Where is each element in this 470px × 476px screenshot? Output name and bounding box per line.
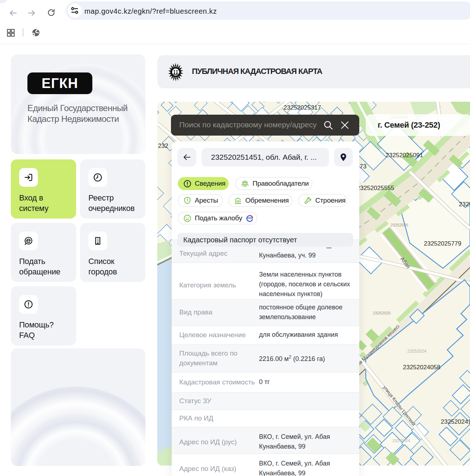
svg-text:73: 73 xyxy=(360,163,366,170)
svg-text:232520241: 232520241 xyxy=(441,418,470,425)
svg-text:23252024058: 23252024058 xyxy=(403,364,440,371)
svg-text:232: 232 xyxy=(158,142,168,149)
svg-text:23252025779: 23252025779 xyxy=(424,240,461,247)
svg-text:23252024: 23252024 xyxy=(407,349,427,354)
svg-text:23252024: 23252024 xyxy=(392,438,410,443)
svg-text:23252025555: 23252025555 xyxy=(357,185,394,191)
svg-text:23252: 23252 xyxy=(459,201,470,208)
svg-text:23252025: 23252025 xyxy=(373,311,391,315)
svg-text:23252025317: 23252025317 xyxy=(284,104,321,111)
svg-text:23252025: 23252025 xyxy=(391,223,408,227)
svg-text:23252025091: 23252025091 xyxy=(386,152,423,159)
